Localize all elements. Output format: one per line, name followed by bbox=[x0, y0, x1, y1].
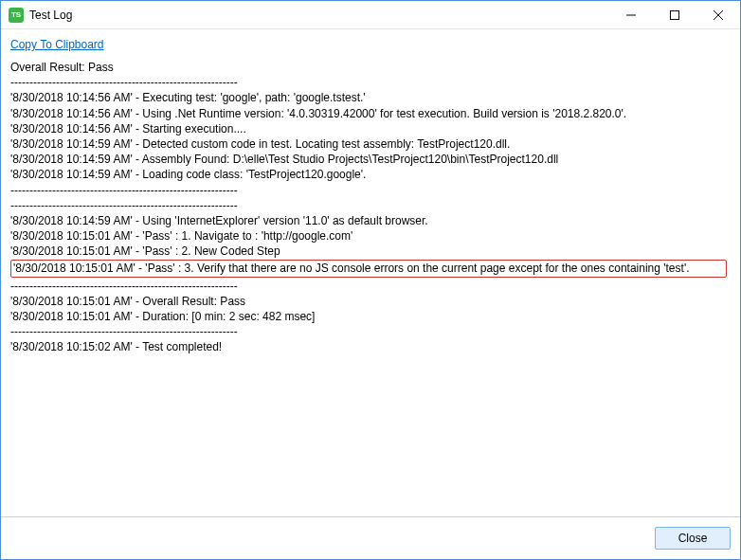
separator: ----------------------------------------… bbox=[10, 198, 731, 213]
log-line: '8/30/2018 10:14:56 AM' - Executing test… bbox=[10, 90, 731, 105]
log-line: '8/30/2018 10:14:56 AM' - Using .Net Run… bbox=[10, 106, 731, 121]
separator: ----------------------------------------… bbox=[10, 183, 731, 198]
maximize-button[interactable] bbox=[653, 1, 696, 28]
window-title: Test Log bbox=[29, 9, 72, 22]
toolbar: Copy To Clipboard bbox=[1, 29, 740, 56]
log-line: '8/30/2018 10:14:56 AM' - Starting execu… bbox=[10, 121, 731, 136]
log-line: '8/30/2018 10:14:59 AM' - Using 'Interne… bbox=[10, 213, 731, 228]
separator: ----------------------------------------… bbox=[10, 279, 731, 294]
separator: ----------------------------------------… bbox=[10, 324, 731, 339]
close-icon bbox=[714, 10, 723, 20]
footer: Close bbox=[1, 516, 740, 559]
svg-rect-1 bbox=[671, 10, 679, 19]
app-icon: TS bbox=[9, 8, 24, 23]
log-line: '8/30/2018 10:15:01 AM' - 'Pass' : 2. Ne… bbox=[10, 244, 731, 259]
separator: ----------------------------------------… bbox=[10, 75, 731, 90]
overall-result: Overall Result: Pass bbox=[10, 60, 731, 75]
maximize-icon bbox=[670, 10, 679, 20]
log-line: '8/30/2018 10:14:59 AM' - Loading code c… bbox=[10, 167, 731, 182]
log-line: '8/30/2018 10:14:59 AM' - Assembly Found… bbox=[10, 152, 731, 167]
close-button[interactable]: Close bbox=[655, 527, 731, 550]
window-controls bbox=[609, 1, 740, 28]
highlighted-log-line: '8/30/2018 10:15:01 AM' - 'Pass' : 3. Ve… bbox=[10, 260, 727, 277]
log-line: '8/30/2018 10:15:01 AM' - 'Pass' : 1. Na… bbox=[10, 228, 731, 244]
log-area: Overall Result: Pass -------------------… bbox=[1, 56, 740, 516]
minimize-button[interactable] bbox=[609, 1, 653, 28]
log-line: '8/30/2018 10:14:59 AM' - Detected custo… bbox=[10, 136, 731, 152]
close-window-button[interactable] bbox=[696, 1, 740, 28]
minimize-icon bbox=[626, 10, 636, 20]
log-line: '8/30/2018 10:15:01 AM' - Overall Result… bbox=[10, 294, 731, 309]
log-line: '8/30/2018 10:15:01 AM' - Duration: [0 m… bbox=[10, 309, 731, 324]
log-line: '8/30/2018 10:15:02 AM' - Test completed… bbox=[10, 339, 731, 354]
copy-to-clipboard-link[interactable]: Copy To Clipboard bbox=[10, 38, 104, 51]
titlebar: TS Test Log bbox=[1, 1, 740, 29]
